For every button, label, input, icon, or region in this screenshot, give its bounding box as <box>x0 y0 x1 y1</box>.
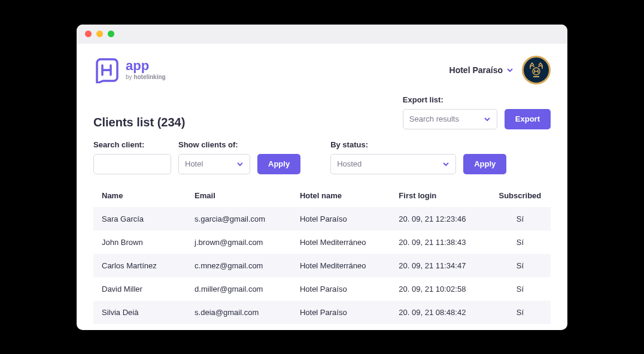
cell-subscribed: Sí <box>490 301 551 324</box>
cell-subscribed: Sí <box>490 207 551 231</box>
logo-subtitle: by hotelinking <box>126 74 166 80</box>
col-header-hotel: Hotel name <box>291 185 390 207</box>
cell-name: Sara García <box>93 207 186 231</box>
logo-title: app <box>126 59 166 72</box>
app-logo-icon <box>93 57 120 83</box>
cell-name: John Brown <box>93 231 186 254</box>
show-select-value: Hotel <box>185 159 203 168</box>
col-header-name: Name <box>93 185 186 207</box>
cell-hotel: Hotel Paraíso <box>291 277 390 301</box>
table-row[interactable]: Carlos Martínezc.mnez@gmail.comHotel Med… <box>93 254 551 277</box>
cell-email: s.deia@gmail.com <box>186 301 291 324</box>
cell-hotel: Hotel Paraíso <box>291 207 390 231</box>
page-title: Clients list (234) <box>93 116 185 129</box>
cell-email: j.brown@gmail.com <box>186 231 291 254</box>
header-right: Hotel Paraíso <box>449 56 551 84</box>
cell-hotel: Hotel Mediterráneo <box>291 231 390 254</box>
cell-name: Carlos Martínez <box>93 254 186 277</box>
maximize-icon[interactable] <box>108 31 114 37</box>
chevron-down-icon <box>484 116 491 123</box>
title-row: Clients list (234) Export list: Search r… <box>93 95 551 129</box>
minimize-icon[interactable] <box>96 31 103 37</box>
export-row: Search results Export <box>403 109 551 129</box>
cell-email: d.miller@gmail.com <box>186 277 291 301</box>
cell-name: David Miller <box>93 277 186 301</box>
search-filter: Search client: <box>93 140 171 174</box>
header: app by hotelinking Hotel Paraíso <box>93 56 551 84</box>
table-row[interactable]: Silvia Deiàs.deia@gmail.comHotel Paraíso… <box>93 301 551 324</box>
titlebar <box>77 25 567 44</box>
cell-email: c.mnez@gmail.com <box>186 254 291 277</box>
export-label: Export list: <box>403 95 551 104</box>
cell-subscribed: Sí <box>490 231 551 254</box>
hotel-selector[interactable]: Hotel Paraíso <box>449 65 514 75</box>
cell-login: 20. 09, 21 10:02:58 <box>390 277 489 301</box>
show-filter: Show clients of: Hotel <box>178 140 250 174</box>
logo-text: app by hotelinking <box>126 59 166 80</box>
chevron-down-icon <box>442 161 449 168</box>
col-header-email: Email <box>186 185 291 207</box>
export-block: Export list: Search results Export <box>403 95 551 129</box>
clients-table: Name Email Hotel name First login Subscr… <box>93 185 551 324</box>
show-label: Show clients of: <box>178 140 250 149</box>
search-label: Search client: <box>93 140 171 149</box>
filters-row: Search client: Show clients of: Hotel Ap… <box>93 140 551 174</box>
logo: app by hotelinking <box>93 57 166 83</box>
table-row[interactable]: David Millerd.miller@gmail.comHotel Para… <box>93 277 551 301</box>
cell-login: 20. 09, 21 11:34:47 <box>390 254 489 277</box>
chevron-down-icon <box>506 66 514 74</box>
apply-button-1[interactable]: Apply <box>257 154 300 174</box>
col-header-subscribed: Subscribed <box>490 185 551 207</box>
table-header-row: Name Email Hotel name First login Subscr… <box>93 185 551 207</box>
content-area: app by hotelinking Hotel Paraíso <box>77 44 567 330</box>
cell-login: 20. 09, 21 08:48:42 <box>390 301 489 324</box>
search-input[interactable] <box>93 154 171 174</box>
hotel-avatar-icon <box>527 60 546 80</box>
status-filter: By status: Hosted <box>330 140 456 174</box>
cell-login: 20. 09, 21 11:38:43 <box>390 231 489 254</box>
cell-hotel: Hotel Paraíso <box>291 301 390 324</box>
export-select-value: Search results <box>409 114 459 123</box>
status-select[interactable]: Hosted <box>330 154 456 174</box>
cell-subscribed: Sí <box>490 254 551 277</box>
export-button[interactable]: Export <box>505 109 551 129</box>
hotel-selector-label: Hotel Paraíso <box>449 65 503 75</box>
cell-subscribed: Sí <box>490 277 551 301</box>
apply-button-2[interactable]: Apply <box>463 154 506 174</box>
show-select[interactable]: Hotel <box>178 154 250 174</box>
status-select-value: Hosted <box>337 159 362 168</box>
avatar[interactable] <box>522 56 551 84</box>
app-window: app by hotelinking Hotel Paraíso <box>77 25 567 330</box>
close-icon[interactable] <box>85 31 92 37</box>
cell-login: 20. 09, 21 12:23:46 <box>390 207 489 231</box>
cell-hotel: Hotel Mediterráneo <box>291 254 390 277</box>
export-select[interactable]: Search results <box>403 109 497 129</box>
table-row[interactable]: John Brownj.brown@gmail.comHotel Mediter… <box>93 231 551 254</box>
table-row[interactable]: Sara Garcías.garcia@gmail.comHotel Paraí… <box>93 207 551 231</box>
col-header-login: First login <box>390 185 489 207</box>
cell-name: Silvia Deià <box>93 301 186 324</box>
chevron-down-icon <box>236 161 244 168</box>
cell-email: s.garcia@gmail.com <box>186 207 291 231</box>
status-label: By status: <box>330 140 456 149</box>
